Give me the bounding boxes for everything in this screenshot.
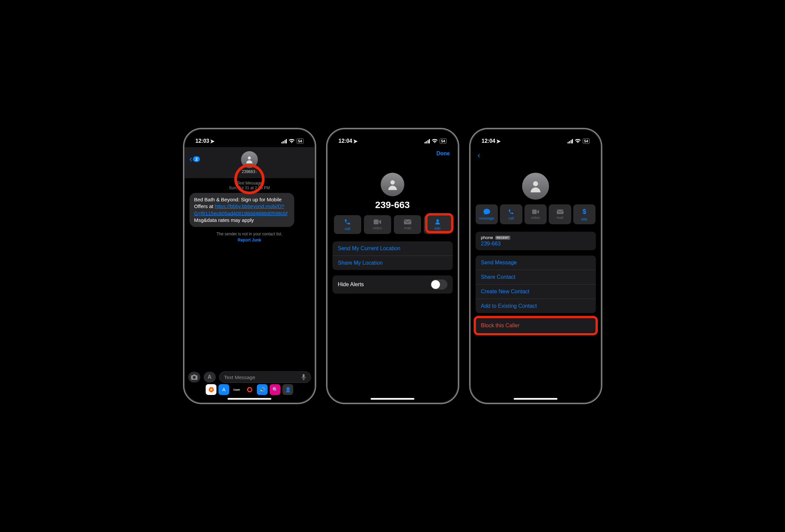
appstore-app-icon[interactable]: A: [219, 384, 229, 395]
svg-point-0: [248, 157, 251, 159]
location-icon: ➤: [210, 138, 214, 145]
signal-icon: [281, 139, 287, 144]
photos-app-icon[interactable]: 🏵️: [206, 384, 217, 395]
actions-section: Send Message Share Contact Create New Co…: [476, 256, 596, 313]
location-icon: ➤: [496, 138, 501, 145]
dynamic-island: [372, 134, 413, 146]
done-button[interactable]: Done: [437, 151, 450, 157]
svg-rect-8: [557, 209, 563, 214]
status-time: 12:04: [339, 138, 352, 144]
add-existing-row[interactable]: Add to Existing Contact: [476, 299, 596, 313]
home-indicator[interactable]: [514, 398, 557, 400]
contact-avatar[interactable]: [381, 173, 404, 196]
status-time: 12:03: [196, 138, 209, 144]
hide-alerts-toggle[interactable]: [431, 279, 447, 289]
camera-button[interactable]: [188, 372, 200, 382]
back-button[interactable]: ‹: [478, 151, 480, 160]
wifi-icon: [575, 139, 581, 144]
message-button[interactable]: message: [476, 204, 498, 224]
annotation-rect: [425, 213, 453, 233]
battery-icon: 54: [440, 138, 446, 144]
call-button[interactable]: call: [500, 204, 523, 224]
music-app-icon[interactable]: 🔊: [257, 384, 268, 395]
dynamic-island: [515, 134, 556, 146]
memoji-app-icon[interactable]: 👤: [282, 384, 293, 395]
dynamic-island: [229, 134, 270, 146]
chevron-left-icon: ‹: [189, 154, 193, 164]
video-button[interactable]: video: [525, 204, 547, 224]
wifi-icon: [289, 139, 295, 144]
phone-field-label: phone RECENT: [481, 235, 590, 240]
svg-point-2: [390, 180, 395, 184]
create-contact-row[interactable]: Create New Contact: [476, 284, 596, 299]
status-time: 12:04: [482, 138, 496, 144]
svg-rect-4: [404, 220, 411, 225]
back-button[interactable]: ‹ 2: [189, 154, 200, 164]
signal-icon: [425, 139, 430, 144]
battery-icon: 54: [583, 138, 589, 144]
phone-section[interactable]: phone RECENT 239-663: [476, 232, 596, 250]
report-junk-link[interactable]: Report Junk: [185, 238, 314, 243]
app-tray: 🏵️ A Cash ⭕ 🔊 🔍 👤: [185, 383, 314, 396]
hide-alerts-row: Hide Alerts: [333, 275, 453, 294]
phone-messages: 12:03 ➤ 54 ‹ 2 239663 › Tex: [183, 128, 316, 404]
appstore-button[interactable]: A: [204, 372, 216, 382]
send-location-row[interactable]: Send My Current Location: [333, 242, 453, 256]
search-app-icon[interactable]: 🔍: [270, 384, 280, 395]
mail-button[interactable]: mail: [549, 204, 571, 224]
location-icon: ➤: [353, 138, 357, 145]
fitness-app-icon[interactable]: ⭕: [244, 384, 255, 395]
mail-button[interactable]: mail: [394, 215, 421, 234]
svg-rect-3: [374, 220, 379, 225]
messages-header: ‹ 2 239663 ›: [185, 147, 314, 178]
call-button[interactable]: call: [334, 215, 361, 234]
signal-icon: [567, 139, 573, 144]
phone-field-value[interactable]: 239-663: [481, 241, 590, 247]
wifi-icon: [432, 139, 438, 144]
contact-avatar[interactable]: [522, 173, 549, 200]
message-bubble[interactable]: Bed Bath & Beyond: Sign up for Mobile Of…: [189, 193, 294, 227]
share-location-row[interactable]: Share My Location: [333, 256, 453, 270]
message-input[interactable]: Text Message: [219, 372, 311, 383]
phone-contact-info: 12:04 ➤ 54 Done 239-663 call: [326, 128, 459, 404]
home-indicator[interactable]: [228, 398, 271, 400]
cash-app-icon[interactable]: Cash: [231, 384, 242, 395]
share-contact-row[interactable]: Share Contact: [476, 270, 596, 284]
recent-tag: RECENT: [495, 236, 510, 240]
annotation-rect: [474, 316, 598, 335]
mic-icon[interactable]: [301, 374, 306, 380]
pay-button[interactable]: $ pay: [573, 204, 596, 224]
contact-hero: 239-663: [328, 171, 457, 210]
location-section: Send My Current Location Share My Locati…: [333, 242, 453, 270]
phone-contact-card: 12:04 ➤ 54 ‹ message call: [469, 128, 602, 404]
send-message-row[interactable]: Send Message: [476, 256, 596, 270]
svg-rect-1: [303, 374, 304, 378]
svg-rect-7: [532, 209, 537, 214]
not-in-contacts: The sender is not in your contact list.: [185, 232, 314, 236]
annotation-circle: [234, 164, 264, 194]
contact-title: 239-663: [375, 200, 410, 210]
battery-icon: 54: [297, 138, 303, 144]
contact-hero: [471, 171, 601, 200]
action-row: message call video mail $ pay: [471, 200, 601, 229]
svg-point-6: [533, 181, 538, 186]
unread-badge: 2: [193, 156, 200, 162]
home-indicator[interactable]: [371, 398, 414, 400]
video-button[interactable]: video: [364, 215, 391, 234]
alerts-section: Hide Alerts: [333, 275, 453, 294]
